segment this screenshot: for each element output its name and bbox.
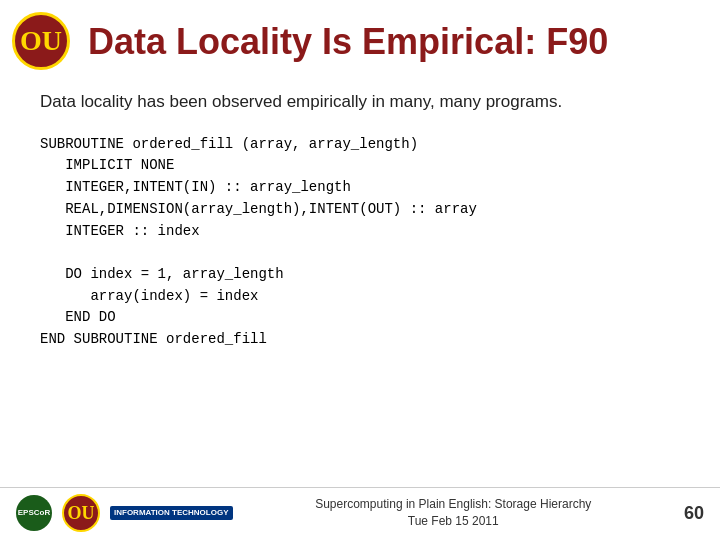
slide: OU Data Locality Is Empirical: F90 Data … — [0, 0, 720, 540]
footer-line1: Supercomputing in Plain English: Storage… — [315, 496, 591, 513]
footer-ou-text: OU — [68, 503, 95, 524]
it-badge: INFORMATION TECHNOLOGY — [110, 506, 233, 520]
epicore-text: EPSCoR — [18, 509, 50, 518]
footer-ou-logo: OU — [62, 494, 100, 532]
footer-center: Supercomputing in Plain English: Storage… — [315, 496, 591, 530]
it-badge-text: INFORMATION TECHNOLOGY — [114, 508, 229, 517]
slide-content: Data locality has been observed empirica… — [0, 80, 720, 487]
ou-logo-circle: OU — [12, 12, 70, 70]
footer-line2: Tue Feb 15 2011 — [315, 513, 591, 530]
slide-header: OU Data Locality Is Empirical: F90 — [0, 0, 720, 80]
ou-logo-text: OU — [20, 25, 62, 57]
footer-logos: EPSCoR OU INFORMATION TECHNOLOGY — [16, 494, 233, 532]
intro-paragraph: Data locality has been observed empirica… — [40, 90, 680, 114]
footer-page-number: 60 — [674, 503, 704, 524]
epicore-logo: EPSCoR — [16, 495, 52, 531]
slide-title: Data Locality Is Empirical: F90 — [88, 22, 608, 62]
ou-logo-header: OU — [12, 12, 72, 72]
slide-footer: EPSCoR OU INFORMATION TECHNOLOGY Superco… — [0, 487, 720, 540]
code-block: SUBROUTINE ordered_fill (array, array_le… — [40, 134, 680, 351]
